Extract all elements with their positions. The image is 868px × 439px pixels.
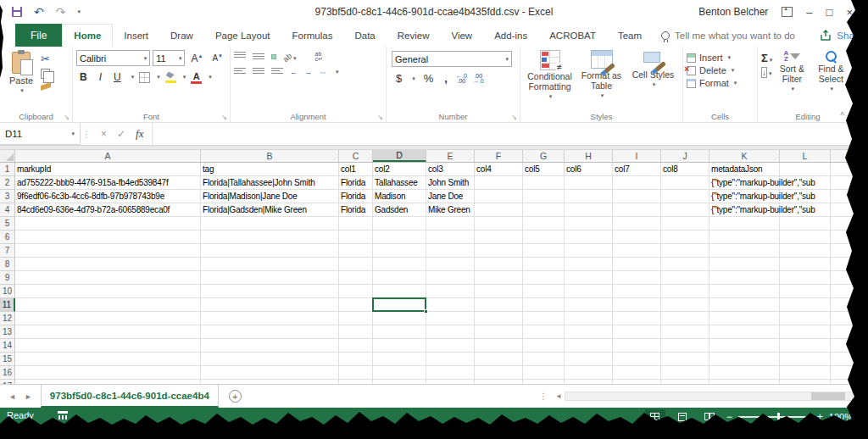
row-header-1[interactable]: 1: [0, 163, 15, 176]
bottom-align-icon[interactable]: [271, 54, 276, 59]
cell-F11[interactable]: [475, 298, 523, 312]
cell-C12[interactable]: [339, 312, 373, 325]
cell-C3[interactable]: Florida: [339, 190, 373, 203]
cell-E1[interactable]: col3: [426, 163, 475, 176]
column-header-J[interactable]: J: [661, 150, 709, 162]
cell-I6[interactable]: [613, 231, 661, 244]
new-sheet-button[interactable]: +: [229, 390, 242, 403]
column-header-I[interactable]: I: [613, 150, 661, 162]
insert-function-icon[interactable]: fx: [136, 127, 143, 141]
cell-E15[interactable]: [426, 353, 475, 366]
macro-record-icon[interactable]: [58, 411, 68, 420]
cell-G1[interactable]: col5: [523, 163, 565, 176]
cell-K16[interactable]: [709, 366, 780, 380]
top-align-icon[interactable]: [234, 52, 246, 59]
cell-K1[interactable]: metadataJson: [709, 163, 780, 176]
cell-D10[interactable]: [373, 285, 426, 298]
cell-L15[interactable]: [780, 353, 831, 366]
cell-B13[interactable]: [201, 325, 339, 339]
cell-K5[interactable]: [709, 217, 780, 231]
row-header-10[interactable]: 10: [0, 285, 15, 298]
cell-C9[interactable]: [339, 271, 373, 285]
cell-D9[interactable]: [373, 271, 426, 285]
insert-cells-button[interactable]: Insert ▾: [687, 53, 754, 63]
cell-I4[interactable]: [613, 203, 661, 217]
cell-E4[interactable]: Mike Green: [426, 203, 475, 217]
cell-H12[interactable]: [565, 312, 613, 325]
align-right-icon[interactable]: [271, 68, 283, 75]
cell-A10[interactable]: [15, 285, 201, 298]
ribbon-tab-page-layout[interactable]: Page Layout: [204, 24, 281, 47]
cell-F16[interactable]: [475, 366, 523, 380]
cell-I15[interactable]: [613, 353, 661, 366]
cell-E2[interactable]: John Smith: [426, 176, 475, 190]
cell-D15[interactable]: [373, 353, 426, 366]
center-icon[interactable]: [253, 68, 264, 75]
cell-G14[interactable]: [523, 339, 565, 353]
cell-I5[interactable]: [613, 217, 661, 231]
sort-filter-button[interactable]: AZ Sort & Filter ▾: [772, 50, 811, 109]
cell-K12[interactable]: [709, 312, 780, 325]
ribbon-tab-home[interactable]: Home: [62, 24, 113, 47]
cell-D13[interactable]: [373, 325, 426, 339]
cell-B8[interactable]: [201, 258, 339, 271]
tab-file[interactable]: File: [15, 24, 62, 47]
cell-F12[interactable]: [475, 312, 523, 325]
row-header-4[interactable]: 4: [0, 203, 15, 217]
underline-button[interactable]: U: [110, 70, 125, 84]
cell-E7[interactable]: [426, 244, 475, 258]
maximize-button[interactable]: □: [826, 7, 833, 18]
cell-I8[interactable]: [613, 258, 661, 271]
accounting-format-icon[interactable]: $: [393, 72, 404, 85]
cell-G3[interactable]: [523, 190, 565, 203]
row-header-2[interactable]: 2: [0, 176, 15, 190]
scroll-left-icon[interactable]: ◄: [553, 392, 565, 400]
cell-J1[interactable]: col8: [661, 163, 709, 176]
ribbon-tab-acrobat[interactable]: ACROBAT: [538, 24, 607, 47]
column-header-B[interactable]: B: [201, 150, 339, 162]
font-dialog-launcher-icon[interactable]: ↘: [221, 114, 227, 121]
middle-align-icon[interactable]: [253, 53, 264, 61]
column-header-G[interactable]: G: [523, 150, 565, 162]
cell-D7[interactable]: [373, 244, 426, 258]
column-header-M[interactable]: M: [831, 150, 868, 162]
cell-J9[interactable]: [661, 271, 709, 285]
tell-me-box[interactable]: Tell me what you want to do: [661, 24, 795, 47]
cell-D6[interactable]: [373, 231, 426, 244]
row-header-13[interactable]: 13: [0, 325, 15, 339]
format-painter-icon[interactable]: [41, 82, 51, 91]
cell-F6[interactable]: [475, 231, 523, 244]
page-layout-view-button[interactable]: [672, 409, 693, 424]
cell-L16[interactable]: [780, 366, 831, 380]
row-header-7[interactable]: 7: [0, 244, 15, 258]
decrease-indent-icon[interactable]: ←: [290, 68, 298, 76]
cell-H7[interactable]: [565, 244, 613, 258]
merge-center-icon[interactable]: ⇔: [319, 67, 327, 76]
cell-L11[interactable]: [780, 298, 831, 312]
cell-D11[interactable]: [373, 298, 426, 312]
cut-icon[interactable]: ✂: [41, 53, 51, 65]
cell-F14[interactable]: [475, 339, 523, 353]
cell-E14[interactable]: [426, 339, 475, 353]
cell-C2[interactable]: Florida: [339, 176, 373, 190]
cell-I13[interactable]: [613, 325, 661, 339]
cell-H15[interactable]: [565, 353, 613, 366]
cell-I9[interactable]: [613, 271, 661, 285]
cell-I7[interactable]: [613, 244, 661, 258]
cell-D3[interactable]: Madison: [373, 190, 426, 203]
name-box[interactable]: D11 ▾: [0, 123, 81, 145]
zoom-level[interactable]: 100%: [829, 412, 853, 422]
cell-H4[interactable]: [565, 203, 613, 217]
cell-B1[interactable]: tag: [201, 163, 339, 176]
format-as-table-button[interactable]: Format as Table ▾: [576, 50, 627, 101]
cell-A12[interactable]: [15, 312, 201, 325]
column-header-C[interactable]: C: [339, 150, 373, 162]
row-header-9[interactable]: 9: [0, 271, 15, 285]
cell-B3[interactable]: Florida|Madison|Jane Doe: [201, 190, 339, 203]
cell-C15[interactable]: [339, 353, 373, 366]
clipboard-dialog-launcher-icon[interactable]: ↘: [64, 114, 70, 121]
cell-C16[interactable]: [339, 366, 373, 380]
next-sheet-icon[interactable]: ►: [25, 392, 32, 401]
cell-E9[interactable]: [426, 271, 475, 285]
cell-I14[interactable]: [613, 339, 661, 353]
